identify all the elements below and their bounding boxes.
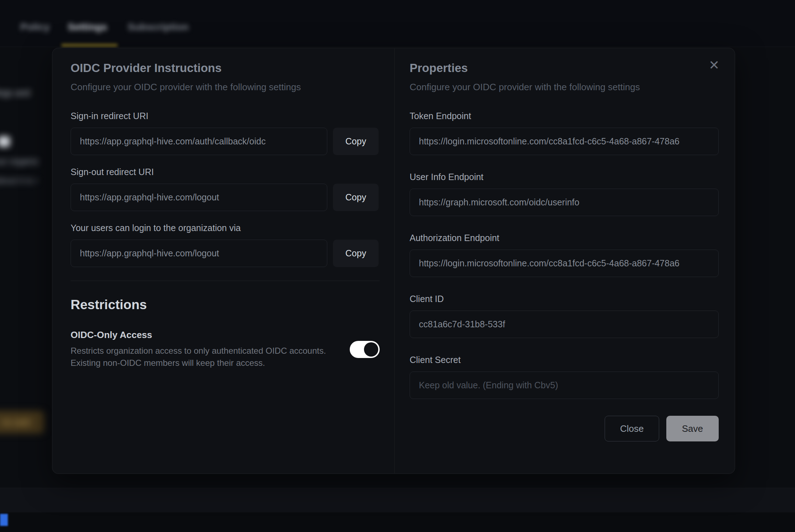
oidc-only-access-row: OIDC-Only Access Restricts organization … xyxy=(71,329,380,369)
footer-divider xyxy=(0,488,795,488)
login-via-input[interactable] xyxy=(71,240,327,267)
copy-login-via-button[interactable]: Copy xyxy=(333,240,379,267)
client-id-input[interactable] xyxy=(410,311,719,338)
toggle-knob xyxy=(364,342,378,357)
field-signout-redirect: Sign-out redirect URI Copy xyxy=(71,167,380,211)
restrictions-title: Restrictions xyxy=(71,297,380,312)
field-client-secret: Client Secret xyxy=(410,355,719,399)
background-text-fragment: ttings and xyxy=(0,88,30,98)
token-endpoint-input[interactable] xyxy=(410,128,719,155)
restrictions-divider xyxy=(71,281,380,281)
tab-settings[interactable]: Settings xyxy=(68,21,107,33)
authorization-endpoint-input[interactable] xyxy=(410,250,719,277)
tab-subscription[interactable]: Subscription xyxy=(128,21,189,33)
field-signin-redirect: Sign-in redirect URI Copy xyxy=(71,111,380,155)
client-id-label: Client ID xyxy=(410,294,719,304)
field-login-via: Your users can login to the organization… xyxy=(71,223,380,267)
oidc-only-toggle[interactable] xyxy=(350,341,380,358)
field-authorization-endpoint: Authorization Endpoint xyxy=(410,233,719,277)
oidc-settings-dialog: ✕ OIDC Provider Instructions Configure y… xyxy=(52,48,735,474)
signout-redirect-input[interactable] xyxy=(71,184,327,211)
active-tab-underline xyxy=(61,44,118,47)
background-text-fragment: about it is r xyxy=(0,175,38,186)
instructions-column: OIDC Provider Instructions Configure you… xyxy=(71,60,380,369)
properties-subtitle: Configure your OIDC provider with the fo… xyxy=(410,81,719,93)
field-userinfo-endpoint: User Info Endpoint xyxy=(410,172,719,216)
oidc-only-access-label: OIDC-Only Access xyxy=(71,329,339,341)
properties-column: Properties Configure your OIDC provider … xyxy=(410,60,719,441)
column-divider xyxy=(394,48,395,473)
oidc-only-access-description: Restricts organization access to only au… xyxy=(71,345,339,369)
background-button-fragment: ns card xyxy=(0,411,44,434)
description-line-1: Restricts organization access to only au… xyxy=(71,346,326,355)
properties-title: Properties xyxy=(410,60,719,76)
tabs-row: Policy Settings Subscription xyxy=(0,0,795,47)
background-blob xyxy=(0,136,10,147)
field-token-endpoint: Token Endpoint xyxy=(410,111,719,155)
copy-signout-button[interactable]: Copy xyxy=(333,184,379,211)
tab-policy[interactable]: Policy xyxy=(20,21,50,33)
bottom-left-blue-marker xyxy=(0,514,8,526)
close-button[interactable]: Close xyxy=(605,416,659,441)
bottom-band xyxy=(0,512,795,532)
instructions-title: OIDC Provider Instructions xyxy=(71,60,380,76)
background-text-fragment: our organiz xyxy=(0,156,39,167)
field-client-id: Client ID xyxy=(410,294,719,338)
userinfo-endpoint-input[interactable] xyxy=(410,189,719,216)
signin-redirect-label: Sign-in redirect URI xyxy=(71,111,380,121)
authorization-endpoint-label: Authorization Endpoint xyxy=(410,233,719,243)
client-secret-input[interactable] xyxy=(410,372,719,399)
footer-band xyxy=(0,488,795,512)
save-button[interactable]: Save xyxy=(666,416,719,441)
copy-signin-button[interactable]: Copy xyxy=(333,128,379,155)
client-secret-label: Client Secret xyxy=(410,355,719,365)
token-endpoint-label: Token Endpoint xyxy=(410,111,719,121)
instructions-subtitle: Configure your OIDC provider with the fo… xyxy=(71,81,380,93)
signout-redirect-label: Sign-out redirect URI xyxy=(71,167,380,177)
description-line-2: Existing non-OIDC members will keep thei… xyxy=(71,358,265,368)
userinfo-endpoint-label: User Info Endpoint xyxy=(410,172,719,182)
login-via-label: Your users can login to the organization… xyxy=(71,223,380,233)
dialog-actions: Close Save xyxy=(410,416,719,441)
signin-redirect-input[interactable] xyxy=(71,128,327,155)
